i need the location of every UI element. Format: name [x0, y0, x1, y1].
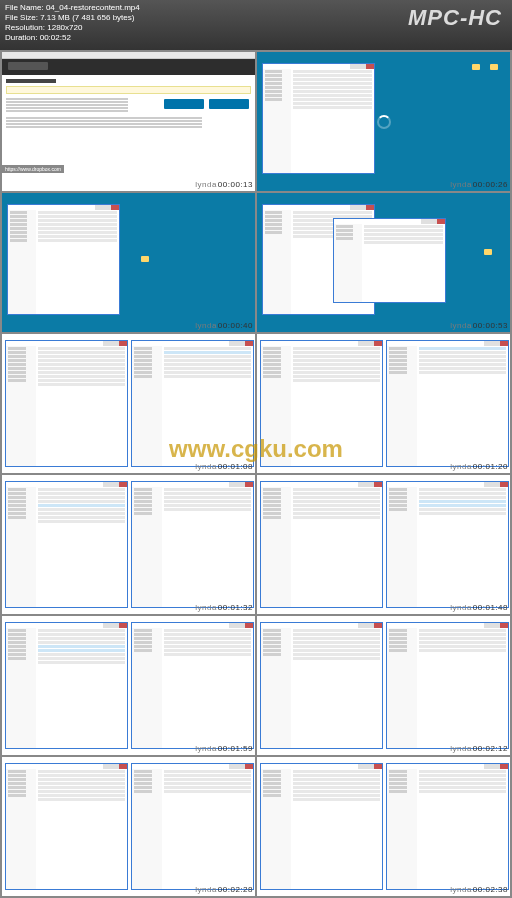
thumbnail[interactable]: lynda00:01:32: [2, 475, 255, 614]
brand-watermark: lynda00:00:26: [450, 180, 508, 189]
explorer-window: [260, 340, 383, 467]
explorer-window: [333, 218, 446, 303]
meta-duration: Duration: 00:02:52: [5, 33, 507, 43]
explorer-window: [386, 622, 509, 749]
page-heading: [6, 79, 56, 83]
explorer-window: [5, 340, 128, 467]
thumbnail[interactable]: lynda00:01:08: [2, 334, 255, 473]
loading-spinner: [377, 115, 391, 129]
thumbnail[interactable]: https://www.dropbox.com lynda00:00:13: [2, 52, 255, 191]
thumbnail-grid: https://www.dropbox.com lynda00:00:13 ly…: [0, 50, 512, 898]
player-logo: MPC-HC: [408, 5, 502, 31]
explorer-window: [131, 622, 254, 749]
brand-watermark: lynda00:01:08: [195, 462, 253, 471]
thumbnail[interactable]: lynda00:02:38: [257, 757, 510, 896]
brand-watermark: lynda00:02:38: [450, 885, 508, 894]
explorer-window: [7, 204, 120, 314]
brand-watermark: lynda00:00:53: [450, 321, 508, 330]
explorer-window: [131, 340, 254, 467]
brand-watermark: lynda00:01:32: [195, 603, 253, 612]
thumbnail[interactable]: lynda00:00:26: [257, 52, 510, 191]
thumbnail[interactable]: lynda00:00:53: [257, 193, 510, 332]
site-header: [2, 59, 255, 75]
brand-watermark: lynda00:02:12: [450, 744, 508, 753]
explorer-window: [131, 763, 254, 890]
explorer-window: [386, 481, 509, 608]
folder-icon: [141, 256, 149, 262]
explorer-window: [386, 763, 509, 890]
wordpress-logo: [8, 62, 48, 70]
thumbnail[interactable]: lynda00:02:28: [2, 757, 255, 896]
dropbox-link-tag: https://www.dropbox.com: [2, 165, 64, 173]
notice-banner: [6, 86, 251, 94]
player-info-header: MPC-HC File Name: 04_04-restorecontent.m…: [0, 0, 512, 50]
folder-icon: [472, 64, 480, 70]
brand-watermark: lynda00:01:48: [450, 603, 508, 612]
explorer-window: [5, 481, 128, 608]
brand-watermark: lynda00:00:40: [195, 321, 253, 330]
brand-watermark: lynda00:01:20: [450, 462, 508, 471]
brand-watermark: lynda00:01:59: [195, 744, 253, 753]
thumbnail[interactable]: lynda00:01:20: [257, 334, 510, 473]
explorer-window: [260, 481, 383, 608]
explorer-window: [260, 763, 383, 890]
thumbnail[interactable]: lynda00:01:59: [2, 616, 255, 755]
explorer-window: [260, 622, 383, 749]
explorer-window: [262, 63, 375, 173]
brand-watermark: lynda00:00:13: [195, 180, 253, 189]
explorer-window: [131, 481, 254, 608]
download-button: [164, 99, 204, 109]
thumbnail[interactable]: lynda00:02:12: [257, 616, 510, 755]
thumbnail[interactable]: lynda00:01:48: [257, 475, 510, 614]
explorer-window: [5, 622, 128, 749]
folder-icon: [490, 64, 498, 70]
folder-icon: [484, 249, 492, 255]
brand-watermark: lynda00:02:28: [195, 885, 253, 894]
thumbnail[interactable]: lynda00:00:40: [2, 193, 255, 332]
browser-chrome: [2, 52, 255, 59]
explorer-window: [386, 340, 509, 467]
download-button-alt: [209, 99, 249, 109]
explorer-window: [5, 763, 128, 890]
